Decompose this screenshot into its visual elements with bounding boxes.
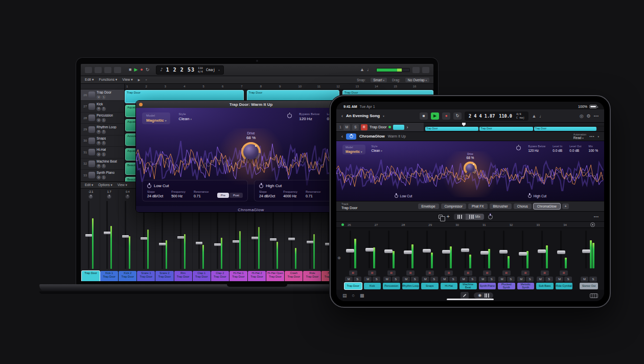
track-header-trap-door[interactable]: 26Trap DoorMS <box>81 89 124 101</box>
solo-button[interactable]: S <box>102 118 106 122</box>
fader-cap[interactable] <box>104 232 110 234</box>
pan-knob[interactable] <box>107 194 111 199</box>
mixer-channel-kick-2-trap-door[interactable]: 0.4Kick 2Trap Door <box>119 190 137 282</box>
solo-button[interactable]: S <box>411 277 419 282</box>
plugin-slot-envelope[interactable]: Envelope <box>418 203 439 209</box>
mute-button[interactable]: M <box>97 164 101 168</box>
record-enable-button[interactable]: R <box>368 270 376 276</box>
more-icon[interactable]: ••• <box>594 114 599 118</box>
cycle-indicator-icon[interactable] <box>590 222 595 227</box>
loops-browser-icon[interactable]: ○ <box>352 293 355 298</box>
mute-button[interactable]: M <box>441 277 448 282</box>
fader-cap[interactable] <box>461 248 469 252</box>
mute-button[interactable]: M <box>556 277 563 282</box>
solo-button[interactable]: S <box>102 164 106 168</box>
plugin-slot-chorus[interactable]: Chorus <box>514 203 532 209</box>
solo-button[interactable]: S <box>102 130 106 134</box>
menu-edit[interactable]: Edit ▾ <box>85 78 94 82</box>
model-selector[interactable]: Model Magnetic ▾ <box>142 112 170 124</box>
plugin-preset[interactable]: Warm It Up <box>388 134 406 138</box>
mixer-view-icon[interactable] <box>104 67 111 73</box>
param-slope[interactable]: Slope24 dB/Oct <box>259 190 275 198</box>
channel-name-label[interactable]: Trap Door <box>344 283 362 289</box>
channel-name-label[interactable]: Rhythm Loop <box>402 283 420 289</box>
low-cut-section[interactable]: Low Cut <box>336 194 470 198</box>
channel-name-label[interactable]: Clap 2Trap Door <box>211 271 229 281</box>
channel-name-label[interactable]: Kick <box>364 283 381 289</box>
mute-button[interactable]: M <box>97 130 101 134</box>
channel-name-label[interactable]: Plucked Synth <box>498 283 515 289</box>
mixer-strip-sub-bass[interactable]: RMSSub Bass <box>535 230 555 290</box>
fader-cap[interactable] <box>538 249 546 253</box>
channel-name-label[interactable]: Kick 1Trap Door <box>100 271 118 281</box>
mute-button[interactable]: M <box>97 175 101 179</box>
mixer-strip-percussion[interactable]: RMSPercussion <box>382 230 401 290</box>
mixer-strip-machine-beat[interactable]: RMSMachine Beat <box>458 230 478 290</box>
low-cut-power-icon[interactable] <box>395 194 398 198</box>
cycle-button[interactable]: ↻ <box>146 67 150 72</box>
channel-name-label[interactable]: RideTrap Door <box>303 271 321 281</box>
channel-fader[interactable] <box>82 200 100 270</box>
solo-button[interactable]: S <box>449 277 457 282</box>
menu-functions[interactable]: Functions ▾ <box>99 78 118 82</box>
more-icon[interactable]: ••• <box>594 215 599 218</box>
fader-cap[interactable] <box>480 251 489 255</box>
lcd-display[interactable]: 2 4 4 1.87 110.0 4/4 C maj <box>465 111 528 121</box>
fader-cap[interactable] <box>159 243 166 245</box>
plugin-power-button[interactable] <box>346 133 356 140</box>
drive-knob[interactable] <box>464 162 477 175</box>
fader-cap[interactable] <box>214 243 221 246</box>
plugin-slot-compressor[interactable]: Compressor <box>441 203 466 209</box>
track-header-hi-hat[interactable]: 31Hi-HatMS <box>81 147 124 158</box>
mute-button[interactable]: M <box>345 277 353 282</box>
metronome-icon[interactable]: ▲ <box>360 67 364 72</box>
automation-control[interactable]: Automation Read ▾ <box>573 133 586 140</box>
mute-button[interactable]: M <box>517 277 525 282</box>
back-chevron-icon[interactable]: ‹ <box>341 113 343 119</box>
stop-button[interactable]: ■ <box>420 112 428 120</box>
mix-view-button[interactable]: Mix <box>466 214 484 220</box>
mute-button[interactable]: M <box>422 277 429 282</box>
fader-view-button[interactable] <box>454 214 466 220</box>
param-resonance[interactable]: Resonance0.71 <box>306 190 321 198</box>
record-enable-button[interactable]: R <box>387 270 396 276</box>
back-chevron-icon[interactable]: ‹ <box>341 134 343 139</box>
fader-cap[interactable] <box>177 236 184 239</box>
style-selector[interactable]: Style Clean ▾ <box>372 145 382 152</box>
mixer-strip-snaps[interactable]: RMSSnaps <box>420 230 440 290</box>
drive-knob[interactable] <box>241 142 261 162</box>
channel-name-label[interactable]: Hi-Hat OpenTrap Door <box>266 271 284 281</box>
low-cut-power-icon[interactable] <box>147 184 151 188</box>
fader-cap[interactable] <box>85 234 92 237</box>
fader-cap[interactable] <box>423 249 431 253</box>
mixer-strip-hi-hat[interactable]: RMSHi-Hat <box>440 230 459 290</box>
solo-button[interactable]: S <box>354 277 361 282</box>
level-in-control[interactable]: Level In 0.0 dB <box>553 145 562 152</box>
mixer-strip-stereo-out[interactable]: MSStereo Out <box>579 230 599 290</box>
solo-button[interactable]: S <box>564 277 572 282</box>
channel-fader[interactable] <box>364 230 381 269</box>
solo-button[interactable]: S <box>392 277 400 282</box>
channel-fader[interactable] <box>119 200 136 270</box>
mute-button[interactable]: M <box>97 141 101 145</box>
solo-button[interactable]: S <box>102 95 106 99</box>
solo-button[interactable]: S <box>102 107 106 111</box>
add-track-icon[interactable]: + <box>447 214 450 219</box>
solo-button[interactable]: S <box>102 175 106 179</box>
channel-fader[interactable] <box>100 200 118 270</box>
high-cut-power-icon[interactable] <box>528 194 532 198</box>
mixer-menu-edit[interactable]: Edit ▾ <box>85 183 93 187</box>
fader-cap[interactable] <box>384 249 393 253</box>
record-enable-button[interactable]: R <box>502 270 511 276</box>
solo-button[interactable]: S <box>507 277 515 282</box>
solo-button[interactable]: S <box>488 277 495 282</box>
mixer-icon[interactable] <box>485 293 489 298</box>
search-icon[interactable]: ◎ <box>580 113 584 119</box>
mix-control[interactable]: Mix 100 % <box>589 145 598 152</box>
mixer-menu-options[interactable]: Options ▾ <box>98 183 112 187</box>
keyboard-icon[interactable] <box>590 293 598 298</box>
plugin-slot-chromaglow[interactable]: ChromaGlow <box>534 203 560 209</box>
channel-name-label[interactable]: RimTrap Door <box>174 271 192 281</box>
channel-name-label[interactable]: Clap 1Trap Door <box>193 271 211 281</box>
fader-cap[interactable] <box>307 241 313 243</box>
